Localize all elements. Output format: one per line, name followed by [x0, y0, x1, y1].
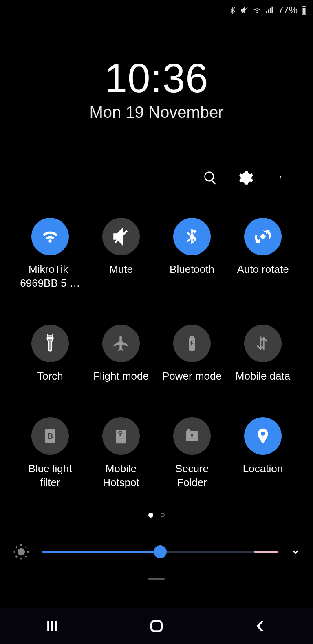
bluetooth-status-icon	[228, 6, 237, 15]
secure-icon	[183, 427, 201, 445]
torch-toggle[interactable]	[31, 325, 69, 362]
bluetooth-toggle[interactable]	[173, 218, 211, 255]
brightness-slider[interactable]	[42, 551, 278, 553]
brightness-row	[0, 542, 313, 562]
page-indicator[interactable]	[0, 513, 313, 518]
secure-toggle[interactable]	[173, 417, 211, 455]
power-icon	[183, 334, 201, 352]
tile-power[interactable]: Power mode	[156, 325, 227, 383]
drag-handle[interactable]	[148, 578, 165, 580]
tile-label: MikroTik-6969BB 5 …	[18, 263, 83, 290]
quick-settings-grid: MikroTik-6969BB 5 …MuteBluetoothAuto rot…	[0, 218, 313, 490]
signal-status-icon	[265, 6, 274, 15]
power-toggle[interactable]	[173, 325, 211, 362]
mute-toggle[interactable]	[102, 218, 140, 255]
tile-label: Auto rotate	[237, 263, 289, 277]
svg-point-5	[280, 179, 281, 179]
tile-hotspot[interactable]: Mobile Hotspot	[86, 417, 156, 490]
tile-label: Bluetooth	[170, 263, 214, 277]
tile-mute[interactable]: Mute	[86, 218, 156, 290]
svg-line-20	[25, 556, 26, 557]
torch-icon	[41, 334, 59, 352]
bluetooth-icon	[183, 228, 201, 246]
status-bar: 77%	[0, 0, 313, 18]
svg-line-22	[25, 547, 26, 548]
gear-icon[interactable]	[238, 170, 254, 186]
svg-line-19	[16, 547, 17, 548]
tile-wifi[interactable]: MikroTik-6969BB 5 …	[15, 218, 86, 290]
recents-button[interactable]	[42, 616, 62, 636]
tile-secure[interactable]: Secure Folder	[156, 417, 227, 490]
svg-rect-26	[151, 621, 161, 631]
hotspot-toggle[interactable]	[102, 417, 140, 455]
brightness-expand-chevron-icon[interactable]	[289, 546, 302, 558]
data-toggle[interactable]	[244, 325, 282, 362]
rotate-icon	[254, 228, 272, 246]
tile-label: Secure Folder	[159, 462, 225, 490]
search-icon[interactable]	[202, 170, 218, 186]
clock-date: Mon 19 November	[0, 103, 313, 122]
wifi-status-icon	[253, 6, 262, 15]
navigation-bar	[0, 608, 313, 644]
tile-label: Blue light filter	[18, 462, 83, 490]
tile-data[interactable]: Mobile data	[227, 325, 298, 383]
battery-status-icon	[301, 6, 307, 15]
rotate-toggle[interactable]	[244, 218, 282, 255]
airplane-icon	[112, 334, 130, 352]
tile-airplane[interactable]: Flight mode	[86, 325, 156, 383]
tile-location[interactable]: Location	[227, 417, 298, 490]
svg-rect-2	[303, 8, 306, 14]
svg-rect-1	[303, 6, 305, 7]
tile-label: Mobile data	[236, 370, 290, 383]
wifi-toggle[interactable]	[31, 218, 69, 255]
mute-status-icon	[240, 6, 249, 15]
tile-label: Torch	[37, 370, 63, 383]
tile-torch[interactable]: Torch	[15, 325, 86, 383]
tile-label: Power mode	[162, 370, 222, 383]
more-icon[interactable]	[274, 170, 290, 186]
brightness-icon	[11, 542, 31, 562]
svg-line-21	[16, 556, 17, 557]
tile-bluelight[interactable]: Blue light filter	[15, 417, 86, 490]
battery-percent: 77%	[278, 4, 298, 16]
svg-point-3	[280, 176, 281, 177]
hotspot-icon	[112, 427, 130, 445]
airplane-toggle[interactable]	[102, 325, 140, 362]
tile-label: Location	[243, 462, 283, 476]
location-toggle[interactable]	[244, 417, 282, 455]
page-dot-1[interactable]	[148, 513, 153, 518]
clock-area: 10:36 Mon 19 November	[0, 55, 313, 122]
tile-label: Mobile Hotspot	[88, 462, 154, 490]
bluelight-icon	[41, 427, 59, 445]
back-button[interactable]	[251, 616, 271, 636]
svg-point-4	[280, 177, 281, 178]
svg-point-14	[18, 548, 25, 555]
tile-label: Mute	[109, 263, 133, 277]
page-dot-2[interactable]	[161, 513, 165, 517]
home-button[interactable]	[146, 616, 167, 636]
bluelight-toggle[interactable]	[31, 417, 69, 455]
clock-time: 10:36	[0, 55, 313, 102]
location-icon	[254, 427, 272, 445]
tile-rotate[interactable]: Auto rotate	[227, 218, 298, 290]
tile-label: Flight mode	[93, 370, 149, 383]
wifi-icon	[41, 228, 59, 246]
panel-toolbar	[0, 170, 313, 186]
data-icon	[254, 334, 272, 352]
mute-icon	[112, 228, 130, 246]
tile-bluetooth[interactable]: Bluetooth	[156, 218, 227, 290]
